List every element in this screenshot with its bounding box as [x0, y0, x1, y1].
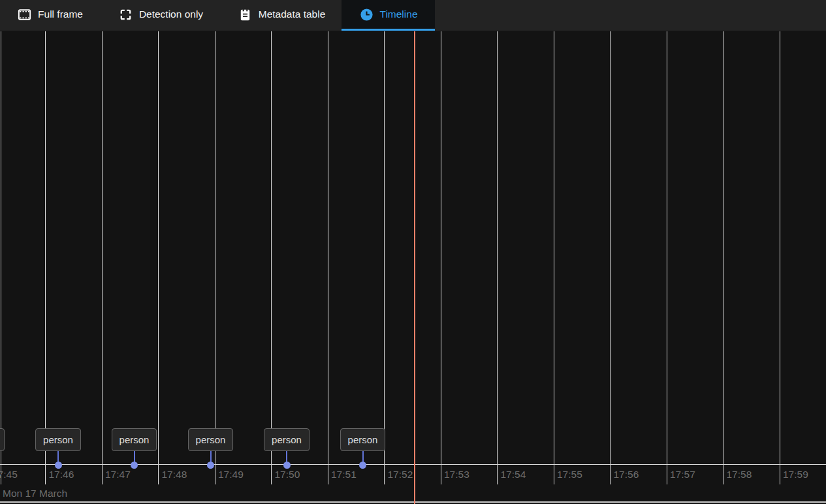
detection-marker-dot[interactable]	[283, 462, 291, 469]
tab-label: Detection only	[139, 8, 203, 20]
detection-badge[interactable]: person	[188, 428, 234, 451]
film-strip-icon	[17, 7, 32, 22]
tab-label: Timeline	[380, 8, 418, 20]
gridline-tick	[158, 31, 159, 484]
detection-frame-icon	[118, 7, 133, 22]
detection-marker-dot[interactable]	[359, 462, 366, 469]
gridline-tick	[384, 31, 385, 484]
timeline-left-edge-line	[1, 31, 1, 484]
time-label: 17:54	[501, 469, 526, 480]
tab-label: Full frame	[38, 8, 83, 20]
time-label: 17:59	[783, 469, 808, 480]
detection-marker-dot[interactable]	[55, 462, 62, 469]
date-label: Mon 17 March	[3, 488, 67, 500]
detection-badge[interactable]: person	[264, 428, 310, 451]
gridline-tick	[441, 31, 441, 484]
notepad-icon	[238, 7, 253, 22]
time-label: 17:55	[557, 469, 582, 480]
time-label: 17:57	[670, 469, 695, 480]
detection-marker-dot[interactable]	[131, 462, 138, 469]
playhead-line[interactable]	[414, 31, 415, 504]
clock-icon	[359, 7, 374, 22]
gridline-tick	[45, 31, 46, 484]
time-label: 17:48	[162, 469, 187, 480]
tab-detection-only[interactable]: Detection only	[100, 0, 221, 31]
detection-badge[interactable]: person	[340, 428, 386, 451]
time-label: 17:49	[218, 469, 244, 480]
time-label: 17:53	[444, 469, 469, 480]
gridline-tick	[723, 31, 723, 484]
detection-badge[interactable]: person	[0, 428, 5, 451]
gridline-tick	[271, 31, 272, 484]
timeline-panel[interactable]: 17:4517:4617:4717:4817:4917:5017:5117:52…	[0, 31, 826, 504]
gridline-tick	[215, 31, 215, 484]
gridline-tick	[610, 31, 611, 484]
tab-full-frame[interactable]: Full frame	[0, 0, 100, 31]
detection-badge[interactable]: person	[112, 428, 157, 451]
time-axis-line	[0, 464, 826, 465]
time-label: 17:47	[105, 469, 131, 480]
gridline-tick	[554, 31, 554, 484]
tab-metadata-table[interactable]: Metadata table	[221, 0, 342, 31]
tab-bar: Full frame Detection only Metadata table	[0, 0, 826, 31]
tab-timeline[interactable]: Timeline	[342, 0, 435, 31]
timeline-bottom-border	[0, 501, 826, 503]
time-label: 17:50	[275, 469, 300, 480]
detection-badge[interactable]: person	[35, 428, 81, 451]
time-label: 17:45	[0, 469, 18, 480]
gridline-tick	[102, 31, 103, 484]
gridline-tick	[667, 31, 667, 484]
detection-marker-dot[interactable]	[207, 462, 214, 469]
gridline-tick	[497, 31, 498, 484]
time-label: 17:58	[727, 469, 752, 480]
time-label: 17:52	[388, 469, 413, 480]
time-label: 17:51	[331, 469, 357, 480]
gridline-tick	[780, 31, 780, 484]
time-label: 17:56	[614, 469, 639, 480]
time-label: 17:46	[49, 469, 74, 480]
tab-label: Metadata table	[259, 8, 326, 20]
gridline-tick	[328, 31, 328, 484]
